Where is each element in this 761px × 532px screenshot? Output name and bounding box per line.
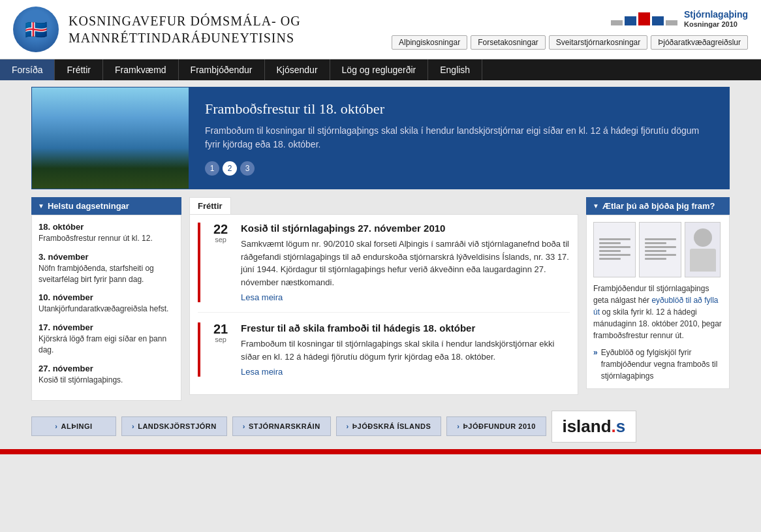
form-thumb-2: [639, 222, 681, 277]
date-desc: Framboðsfrestur rennur út kl. 12.: [39, 234, 153, 243]
footer-link-thjodsfundur[interactable]: ›Þjóðfundur 2010: [446, 416, 546, 436]
date-entry: 10. nóvemberUtankjörfundaratkvæðagreiðsl…: [39, 292, 174, 315]
candidate-body: Frambjóðendur til stjórnlagaþings geta n…: [586, 215, 730, 389]
nav-item-forsida[interactable]: Forsíða: [0, 59, 55, 80]
news-text: Framboðum til kosningar til stjórnlagaþi…: [241, 337, 570, 363]
header-right: Stjórnlagaþing Kosningar 2010 Alþingisko…: [392, 9, 748, 50]
date-label: 27. nóvember: [39, 364, 174, 373]
date-entry: 17. nóvemberKjörskrá lögð fram eigi síða…: [39, 322, 174, 356]
nav-item-english[interactable]: English: [428, 59, 482, 80]
nav-item-log[interactable]: Lög og reglugerðir: [330, 59, 429, 80]
site-title: Kosningavefur dómsmála- og mannréttindar…: [69, 12, 301, 46]
site-title-line2: mannréttindaráðuneytisins: [69, 31, 294, 45]
news-content: Kosið til stjórnlagaþings 27. nóvember 2…: [241, 223, 570, 302]
news-read-more-link[interactable]: Lesa meira: [241, 292, 283, 302]
hero-content: Framboðsfrestur til 18. október Framboðu…: [189, 87, 729, 189]
date-desc: Kosið til stjórnlagaþings.: [39, 375, 123, 384]
footer-link-label: Þjóðfundur 2010: [463, 422, 535, 430]
news-day: 21: [208, 322, 233, 336]
top-nav-btn-sveitarstjorn[interactable]: Sveitarstjórnarkosningar: [549, 35, 647, 50]
news-content: Frestur til að skila framboði til hádegi…: [241, 322, 570, 377]
candidate-bullet-text: Eyðublöð og fylgiskjöl fyrir frambjóðend…: [601, 347, 722, 382]
date-entry: 27. nóvemberKosið til stjórnlagaþings.: [39, 364, 174, 386]
news-day: 22: [208, 223, 233, 236]
election-text: Stjórnlagaþing Kosningar 2010: [684, 9, 748, 29]
date-label: 3. nóvember: [39, 252, 174, 262]
dates-body: 18. októberFramboðsfrestur rennur út kl.…: [31, 215, 181, 401]
footer-link-label: Landskjörstjórn: [138, 422, 217, 430]
news-read-more-link[interactable]: Lesa meira: [241, 367, 283, 377]
date-entry: 18. októberFramboðsfrestur rennur út kl.…: [39, 222, 174, 244]
island-logo-dot: .: [612, 416, 616, 436]
nav-item-frambjodendur[interactable]: Frambjóðendur: [179, 59, 265, 80]
candidate-header: ▼ Ætlar þú að bjóða þig fram?: [586, 197, 730, 215]
hero-dot-3[interactable]: 3: [240, 161, 255, 176]
candidate-header-arrow: ▼: [593, 202, 599, 210]
election-bars: [611, 12, 677, 25]
hero-banner: Framboðsfrestur til 18. október Framboðu…: [31, 87, 730, 189]
nav-item-framkvaemd[interactable]: Framkvæmd: [103, 59, 179, 80]
date-desc: Kjörskrá lögð fram eigi síðar en þann da…: [39, 334, 166, 354]
bottom-bar: [0, 449, 761, 454]
hero-text: Framboðum til kosningar til stjórnlagaþi…: [205, 124, 713, 151]
three-column-layout: ▼ Helstu dagsetningar 18. októberFramboð…: [31, 197, 730, 401]
footer-link-arrow-icon: ›: [243, 422, 245, 430]
date-desc: Nöfn frambjóðenda, starfsheiti og sveita…: [39, 264, 154, 284]
news-month: sep: [208, 236, 233, 243]
date-label: 10. nóvember: [39, 292, 174, 302]
nav-item-kjosendur[interactable]: Kjósendur: [265, 59, 330, 80]
hero-dots: 123: [205, 161, 713, 176]
footer-link-stjornarskrain[interactable]: ›Stjórnarskráin: [232, 416, 331, 436]
footer-link-althingi[interactable]: ›Alþingi: [31, 416, 116, 436]
left-column: ▼ Helstu dagsetningar 18. októberFramboð…: [31, 197, 181, 401]
news-date-box: 21 sep: [208, 322, 233, 377]
news-date-box: 22 sep: [208, 223, 233, 302]
person-thumb: [685, 222, 721, 277]
top-nav-btn-althing[interactable]: Alþingiskosningar: [392, 35, 467, 50]
hero-image: [32, 87, 189, 189]
footer-link-arrow-icon: ›: [347, 422, 349, 430]
island-logo: island.s: [562, 416, 625, 437]
footer-link-label: Alþingi: [61, 422, 93, 430]
form-thumb-1: [593, 222, 636, 277]
dates-header: ▼ Helstu dagsetningar: [31, 197, 181, 215]
date-label: 17. nóvember: [39, 322, 174, 332]
footer-links: ›Alþingi›Landskjörstjórn›Stjórnarskráin›…: [31, 411, 730, 443]
form-thumbnails: [593, 222, 722, 277]
island-logo-text: island: [562, 416, 611, 436]
dates-header-label: Helstu dagsetningar: [48, 201, 129, 211]
election-logo: Stjórnlagaþing Kosningar 2010: [611, 9, 748, 29]
footer-link-label: Stjórnarskráin: [249, 422, 320, 430]
footer-link-thjodskra[interactable]: ›Þjóðskrá Íslands: [336, 416, 442, 436]
middle-column: Fréttir 22 sep Kosið til stjórnlagaþings…: [189, 197, 578, 401]
top-nav-btn-thjodarat[interactable]: Þjóðaratkvæðagreiðslur: [651, 35, 748, 50]
date-label: 18. október: [39, 222, 174, 232]
site-logo: 🇮🇸: [13, 7, 59, 52]
news-date-bar: [198, 223, 200, 302]
candidate-bullet: » Eyðublöð og fylgiskjöl fyrir frambjóðe…: [593, 347, 722, 382]
news-title: Frestur til að skila framboði til hádegi…: [241, 322, 570, 334]
news-month: sep: [208, 336, 233, 343]
nav-item-frettir[interactable]: Fréttir: [55, 59, 103, 80]
island-logo-box[interactable]: island.s: [551, 411, 636, 443]
top-nav-btn-forseta[interactable]: Forsetakosningar: [471, 35, 546, 50]
hero-title: Framboðsfrestur til 18. október: [205, 101, 713, 117]
page-header: 🇮🇸 Kosningavefur dómsmála- og mannréttin…: [0, 0, 761, 59]
main-navigation: ForsíðaFréttirFramkvæmdFrambjóðendurKjós…: [0, 59, 761, 80]
candidate-body-text: Frambjóðendur til stjórnlagaþings geta n…: [593, 283, 722, 341]
news-date-bar: [198, 322, 200, 377]
top-nav-buttons: AlþingiskosningarForsetakosningarSveitar…: [392, 35, 748, 50]
news-item: 22 sep Kosið til stjórnlagaþings 27. nóv…: [198, 223, 570, 313]
footer-link-landskjorstiorn[interactable]: ›Landskjörstjórn: [121, 416, 227, 436]
date-entry: 3. nóvemberNöfn frambjóðenda, starfsheit…: [39, 252, 174, 285]
site-title-line1: Kosningavefur dómsmála- og: [69, 14, 301, 28]
hero-dot-2[interactable]: 2: [223, 161, 237, 176]
hero-dot-1[interactable]: 1: [205, 161, 219, 176]
island-logo-s: s: [616, 416, 625, 436]
candidate-header-label: Ætlar þú að bjóða þig fram?: [602, 201, 715, 211]
footer-link-label: Þjóðskrá Íslands: [352, 422, 431, 430]
news-text: Samkvæmt lögum nr. 90/2010 skal forseti …: [241, 238, 570, 289]
right-column: ▼ Ætlar þú að bjóða þig fram?: [586, 197, 730, 401]
dates-header-arrow: ▼: [38, 202, 44, 210]
news-tab[interactable]: Fréttir: [189, 197, 231, 214]
